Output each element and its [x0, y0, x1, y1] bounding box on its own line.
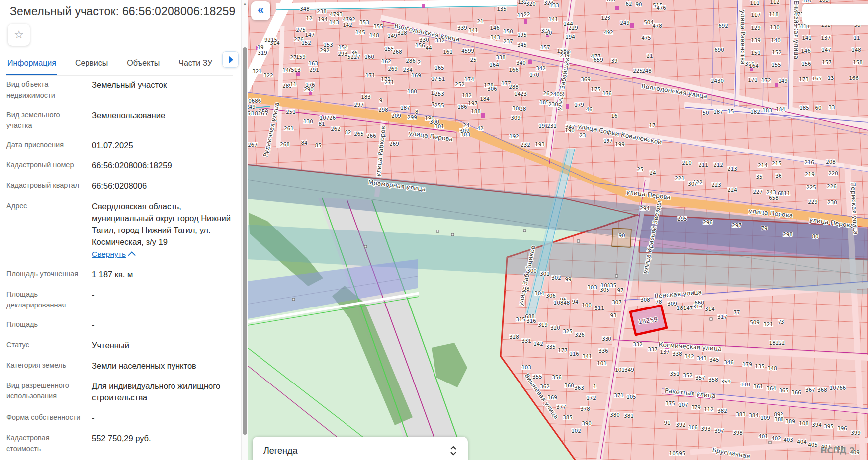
parcel-label: 230	[827, 199, 837, 205]
parcel-label: 398	[733, 430, 743, 436]
legend-toggle[interactable]: Легенда	[253, 437, 468, 460]
parcel-label: 106	[688, 424, 698, 430]
parcel-label: 97	[617, 287, 623, 293]
parcel-label: 382	[717, 408, 727, 414]
parcel-label: 221	[675, 175, 685, 181]
tab-Объекты[interactable]: Объекты	[126, 56, 161, 75]
parcel-label: 15	[727, 108, 734, 114]
parcel-label: 18265	[252, 110, 268, 116]
field-value: 552 750,29 руб.	[92, 433, 236, 455]
parcel-label: 380	[610, 412, 620, 418]
parcel-label: 220	[828, 170, 838, 176]
parcel-label: 492	[604, 29, 613, 35]
parcel-label: 249	[620, 20, 630, 26]
parcel-label: 332	[633, 341, 643, 347]
parcel-label: 253	[434, 91, 444, 97]
collapse-panel-button[interactable]: «	[251, 1, 270, 20]
parcel-label: 90	[635, 1, 642, 7]
parcel-label: 299	[407, 114, 417, 120]
parcel-label: 12	[306, 15, 312, 21]
parcel-label: 659	[593, 57, 603, 63]
parcel-label: 341	[582, 353, 592, 359]
field-row: Категория земельЗемли населенных пунктов	[6, 360, 236, 372]
field-row: Вид земельного участкаЗемлепользование	[6, 110, 236, 132]
field-value: 01.07.2025	[92, 140, 236, 152]
parcel-label: 208	[826, 159, 836, 165]
parcel-label: 361	[753, 383, 763, 389]
favorite-button[interactable]: ☆	[8, 24, 30, 46]
parcel-label: 108	[799, 420, 809, 426]
tab-Сервисы[interactable]: Сервисы	[74, 56, 109, 75]
parcel-label: 394	[812, 422, 822, 428]
parcel-label: 331	[521, 338, 531, 344]
field-value: -	[92, 319, 236, 331]
address-collapse-link[interactable]: Свернуть	[92, 249, 135, 260]
parcel-label: 292	[320, 47, 330, 53]
tabs-scroll-right-button[interactable]	[222, 51, 239, 68]
parcel-label: 166	[849, 75, 859, 81]
field-label: Адрес	[6, 201, 85, 261]
parcel-label: 107	[678, 402, 688, 408]
parcel-label: 36	[775, 173, 781, 179]
parcel-label: 118	[769, 11, 779, 17]
parcel-label: 213	[727, 166, 737, 172]
parcel-label: 261	[284, 125, 294, 131]
parcel-label: 80	[812, 233, 818, 239]
parcel-label: 192	[509, 133, 519, 139]
cadastral-map[interactable]: « Легенда Рудничная улицаВолгодонская ул…	[248, 0, 868, 460]
parcel-label: 475	[641, 35, 651, 41]
parcel-label: 390	[582, 420, 592, 426]
tab-Части ЗУ[interactable]: Части ЗУ	[177, 56, 213, 75]
parcel-label: 46	[586, 106, 592, 112]
parcel-label: 229	[568, 25, 578, 31]
parcel-label: 316	[526, 318, 536, 324]
parcel-label: 194	[565, 34, 575, 40]
parcel-label: 340	[516, 60, 526, 66]
field-value: Свердловская область, муниципальный окру…	[92, 201, 236, 261]
parcel-label: 129	[751, 25, 761, 31]
parcel-label: 513	[291, 67, 301, 73]
parcel-label: 1423	[514, 91, 527, 97]
field-row: Вид объекта недвижимостиЗемельный участо…	[6, 79, 236, 101]
parcel-label: 690	[714, 47, 724, 53]
tab-Информация[interactable]: Информация	[6, 56, 57, 75]
parcel-label: 326	[575, 332, 585, 338]
parcel-label: 355	[373, 23, 383, 29]
parcel-label: 365	[779, 387, 789, 393]
parcel-label: 311	[594, 305, 604, 311]
parcel-label: 169	[411, 72, 421, 78]
parcel-label: 51	[438, 76, 445, 82]
parcel-label: 371	[614, 392, 624, 398]
parcel-label: 188	[471, 108, 481, 114]
map-canvas[interactable]: Рудничная улицаВолгодонская улицаВолгодо…	[248, 0, 868, 460]
scrollbar-thumb[interactable]	[243, 47, 247, 435]
parcel-label: 293	[338, 51, 347, 57]
panel-scrollbar[interactable]: ▲	[241, 0, 248, 460]
parcel-label: 369	[581, 77, 591, 82]
parcel-label: 290	[304, 86, 314, 92]
field-value: 66:56:0208006:18259	[92, 160, 236, 172]
parcel-label: 33	[828, 104, 835, 110]
parcel-label: 332	[435, 37, 445, 43]
field-row: АдресСвердловская область, муниципальный…	[6, 201, 236, 261]
parcel-label: 321	[252, 68, 262, 74]
parcel-label: 100	[582, 302, 592, 308]
parcel-label: 351	[670, 371, 680, 377]
parcel-label: 396	[837, 425, 847, 431]
field-row: Кадастровая стоимость552 750,29 руб.	[6, 433, 236, 455]
field-label: Кадастровый квартал	[6, 180, 85, 192]
parcel-label: 362	[540, 383, 550, 389]
field-value: 1 187 кв. м	[92, 269, 236, 281]
topright-cutoff-control[interactable]	[802, 4, 868, 25]
parcel-label: 239	[560, 52, 570, 58]
parcel-label: 368	[817, 387, 827, 393]
scroll-up-arrow-icon[interactable]: ▲	[242, 0, 248, 8]
parcel-label: 397	[714, 428, 724, 434]
field-value: Учтенный	[92, 340, 236, 352]
parcel-label: 319	[538, 322, 548, 328]
parcel-label: 50	[702, 110, 709, 116]
parcel-label: 1	[593, 383, 597, 389]
parcel-label: 214	[758, 162, 768, 168]
field-row: Площадь декларированная-	[6, 289, 236, 311]
parcel-label: 240	[550, 91, 560, 97]
